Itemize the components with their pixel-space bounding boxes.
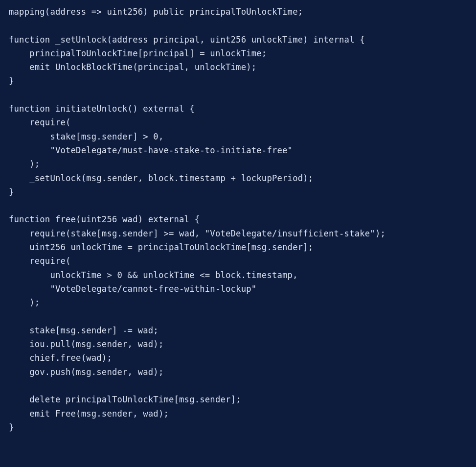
code-content: mapping(address => uint256) public princ… xyxy=(9,7,385,432)
code-block: mapping(address => uint256) public princ… xyxy=(0,0,476,439)
